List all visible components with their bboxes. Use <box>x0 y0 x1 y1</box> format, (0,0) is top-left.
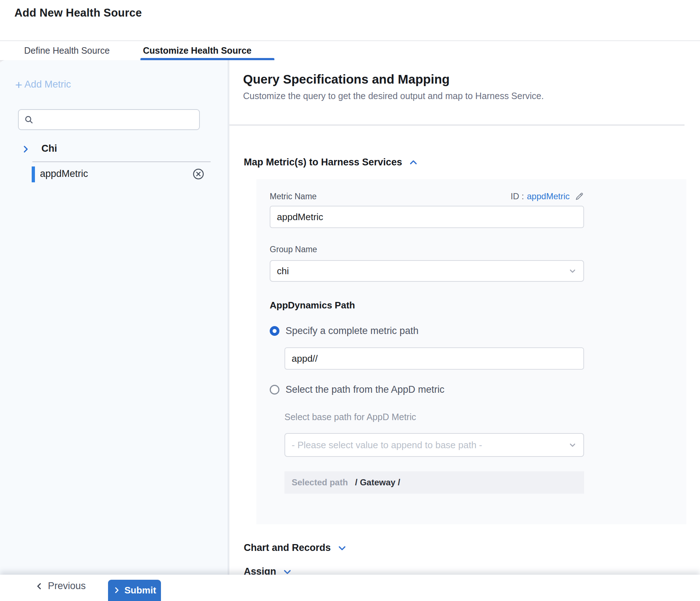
add-metric-button[interactable]: + Add Metric <box>15 79 71 90</box>
page-subtitle: Customize the query to get the desired o… <box>243 91 544 101</box>
plus-icon: + <box>15 79 22 90</box>
dialog-header: Add New Health Source <box>0 0 700 40</box>
content-region: + Add Metric Chi appdMet <box>0 60 700 575</box>
tab-define-health-source[interactable]: Define Health Source <box>24 41 110 60</box>
dialog-title: Add New Health Source <box>14 6 142 19</box>
submit-button-label: Submit <box>124 585 156 596</box>
metric-search-box[interactable] <box>18 109 200 130</box>
chevron-down-icon <box>568 267 577 275</box>
group-name-value: chi <box>277 266 289 277</box>
selected-path-value: / Gateway / <box>355 477 400 488</box>
metric-list-item[interactable]: appdMetric <box>0 164 228 186</box>
tab-customize-health-source[interactable]: Customize Health Source <box>143 41 251 60</box>
chevron-left-icon <box>35 582 44 591</box>
selected-metric-indicator <box>32 166 35 182</box>
group-name-label: Group Name <box>270 245 584 254</box>
add-new-health-source-dialog: Add New Health Source Define Health Sour… <box>0 0 700 601</box>
appdynamics-path-heading: AppDynamics Path <box>270 300 584 311</box>
chevron-up-icon[interactable] <box>409 158 418 167</box>
chevron-down-icon <box>568 441 577 449</box>
previous-button[interactable]: Previous <box>35 580 86 592</box>
selected-path-bar: Selected path / Gateway / <box>284 471 584 494</box>
map-metrics-section-toggle[interactable]: Map Metric(s) to Harness Services <box>244 157 418 168</box>
metric-name-input[interactable] <box>270 206 584 228</box>
radio-select-appd-path-label: Select the path from the AppD metric <box>286 384 444 395</box>
radio-unselected-icon[interactable] <box>270 385 279 395</box>
previous-button-label: Previous <box>48 580 86 592</box>
radio-select-appd-path[interactable]: Select the path from the AppD metric <box>270 384 584 395</box>
metric-group-label: Chi <box>41 143 57 154</box>
chevron-right-icon <box>113 585 121 596</box>
base-path-placeholder: - Please select value to append to base … <box>292 440 482 451</box>
metric-item-label: appdMetric <box>40 168 88 179</box>
submit-button[interactable]: Submit <box>108 580 161 601</box>
tab-bar: Define Health Source Customize Health So… <box>0 40 700 60</box>
base-path-select[interactable]: - Please select value to append to base … <box>284 433 584 457</box>
footer-bar: Previous Submit <box>0 575 700 601</box>
map-metrics-section-title: Map Metric(s) to Harness Services <box>244 157 402 168</box>
radio-complete-metric-path[interactable]: Specify a complete metric path <box>270 325 584 337</box>
header-divider <box>229 125 685 125</box>
selected-path-label: Selected path <box>292 477 348 488</box>
metric-name-label: Metric Name <box>270 192 317 201</box>
complete-metric-path-input[interactable] <box>284 347 584 370</box>
delete-metric-icon[interactable] <box>192 168 205 180</box>
search-icon <box>24 115 33 124</box>
map-metrics-form-card: Metric Name ID : appdMetric <box>256 179 686 524</box>
add-metric-label: Add Metric <box>24 79 71 90</box>
page-title: Query Specifications and Mapping <box>243 72 450 86</box>
metric-id-prefix: ID : <box>511 191 524 201</box>
radio-selected-icon[interactable] <box>270 326 279 336</box>
query-spec-pane: Query Specifications and Mapping Customi… <box>229 60 700 575</box>
metrics-sidebar: + Add Metric Chi appdMet <box>0 60 229 575</box>
metric-id-value[interactable]: appdMetric <box>527 191 570 201</box>
edit-id-icon[interactable] <box>575 192 584 201</box>
metric-search-input[interactable] <box>33 110 199 129</box>
chevron-right-icon[interactable] <box>21 144 30 156</box>
tree-divider <box>32 161 211 162</box>
group-name-select[interactable]: chi <box>270 260 584 282</box>
radio-complete-metric-path-label: Specify a complete metric path <box>286 325 418 337</box>
chart-and-records-section-toggle[interactable]: Chart and Records <box>244 542 347 553</box>
chevron-down-icon[interactable] <box>337 543 347 553</box>
base-path-label: Select base path for AppD Metric <box>284 412 584 422</box>
metric-group-row[interactable]: Chi <box>0 142 228 158</box>
chart-and-records-label: Chart and Records <box>244 542 331 553</box>
